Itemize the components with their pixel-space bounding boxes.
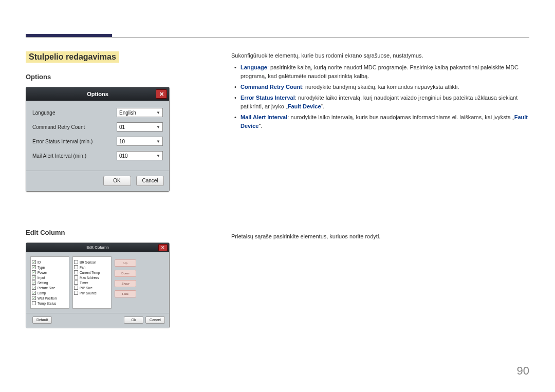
mail-interval-label: Mail Alert Interval (min.)	[32, 153, 117, 159]
list-item-label: ID	[38, 260, 41, 264]
list-item-label: Fan	[80, 266, 85, 269]
checkbox-icon[interactable]	[32, 301, 36, 305]
top-rule	[26, 37, 529, 38]
list-item[interactable]: Picture Size	[32, 286, 68, 290]
checkbox-icon[interactable]	[74, 291, 78, 295]
checkbox-icon[interactable]	[32, 260, 36, 264]
checkbox-icon[interactable]	[74, 265, 78, 269]
bullet-retry: Command Retry Count: nurodykite bandymų …	[240, 83, 529, 91]
options-titlebar: Options ✕	[26, 87, 169, 101]
checkbox-icon[interactable]	[32, 270, 36, 274]
bullet-error-fault: Fault Device	[288, 103, 321, 109]
list-item[interactable]: ID	[32, 260, 68, 264]
bullet-mail-text-b: “.	[258, 123, 262, 129]
close-icon[interactable]: ✕	[158, 244, 168, 251]
options-desc-lead: Sukonfigūruokite elementų, kurie bus rod…	[231, 51, 529, 60]
bullet-mail-label: Mail Alert Interval	[240, 114, 287, 120]
down-button[interactable]: Down	[115, 270, 136, 277]
list-item-label: Picture Size	[38, 286, 55, 290]
bullet-retry-label: Command Retry Count	[240, 84, 302, 90]
up-button[interactable]: Up	[115, 259, 136, 267]
list-item[interactable]: Timer	[74, 281, 110, 285]
bullet-mail-interval: Mail Alert Interval: nurodykite laiko in…	[240, 113, 529, 130]
list-item[interactable]: Type	[32, 265, 68, 269]
retry-select[interactable]: 01 ▼	[117, 122, 163, 132]
list-item-label: Temp Status	[38, 302, 56, 305]
checkbox-icon[interactable]	[32, 275, 36, 279]
checkbox-icon[interactable]	[74, 270, 78, 274]
error-interval-label: Error Status Interval (min.)	[32, 139, 117, 144]
list-item-label: Type	[38, 266, 45, 269]
hide-button[interactable]: Hide	[115, 290, 136, 297]
list-item[interactable]: Current Temp	[74, 270, 110, 274]
list-item[interactable]: PIP Source	[74, 291, 110, 295]
list-item-label: Wall Position	[38, 296, 57, 300]
list-item[interactable]: BR Sensor	[74, 260, 110, 264]
mail-interval-value: 010	[119, 153, 128, 159]
list-item[interactable]: PIP Size	[74, 286, 110, 290]
checkbox-icon[interactable]	[32, 291, 36, 295]
edit-column-list-left: IDTypePowerInputSettingPicture SizeLampW…	[30, 256, 69, 309]
list-item-label: Input	[38, 276, 45, 279]
cancel-button[interactable]: Cancel	[136, 176, 164, 186]
checkbox-icon[interactable]	[32, 296, 36, 300]
language-label: Language	[32, 110, 117, 116]
list-item-label: PIP Source	[80, 291, 97, 295]
list-item-label: Timer	[80, 281, 88, 285]
chevron-down-icon: ▼	[156, 125, 160, 129]
checkbox-icon[interactable]	[32, 286, 36, 290]
chevron-down-icon: ▼	[156, 154, 160, 158]
options-heading: Options	[26, 73, 180, 81]
list-item-label: Setting	[38, 281, 48, 285]
edit-column-desc: Prietaisų sąraše pasirinkite elementus, …	[231, 232, 529, 241]
list-item[interactable]: Setting	[32, 281, 68, 285]
top-accent-bar	[26, 34, 112, 37]
list-item-label: Current Temp	[80, 271, 100, 274]
language-value: English	[119, 110, 136, 116]
bullet-language: Language: pasirinkite kalbą, kurią norit…	[240, 63, 529, 81]
list-item-label: Mac Address	[80, 276, 99, 279]
ok-button[interactable]: OK	[103, 176, 131, 186]
list-item[interactable]: Wall Position	[32, 296, 68, 300]
list-item[interactable]: Temp Status	[32, 301, 68, 305]
list-item-label: Power	[38, 271, 47, 274]
edit-column-dialog: Edit Column ✕ IDTypePowerInputSettingPic…	[26, 242, 170, 328]
bullet-error-text-b: “.	[321, 103, 325, 109]
checkbox-icon[interactable]	[74, 260, 78, 264]
default-button[interactable]: Default	[32, 316, 52, 324]
bullet-language-text: : pasirinkite kalbą, kurią norite naudot…	[240, 64, 519, 79]
checkbox-icon[interactable]	[74, 281, 78, 285]
options-title: Options	[87, 91, 108, 97]
list-item[interactable]: Input	[32, 275, 68, 279]
cancel-button[interactable]: Cancel	[145, 316, 165, 324]
bullet-error-label: Error Status Interval	[240, 95, 295, 101]
close-icon[interactable]: ✕	[156, 89, 167, 99]
error-interval-value: 10	[119, 139, 125, 144]
list-item[interactable]: Lamp	[32, 291, 68, 295]
list-item-label: PIP Size	[80, 286, 92, 290]
checkbox-icon[interactable]	[32, 265, 36, 269]
chevron-down-icon: ▼	[156, 110, 160, 115]
edit-column-title: Edit Column	[86, 245, 109, 250]
bullet-language-label: Language	[240, 64, 267, 70]
language-select[interactable]: English ▼	[117, 108, 163, 117]
list-item-label: BR Sensor	[80, 260, 96, 264]
ok-button[interactable]: Ok	[124, 316, 143, 324]
mail-interval-select[interactable]: 010 ▼	[117, 151, 163, 160]
section-title: Stulpelio redagavimas	[26, 51, 119, 63]
list-item[interactable]: Power	[32, 270, 68, 274]
show-button[interactable]: Show	[115, 280, 136, 287]
checkbox-icon[interactable]	[74, 286, 78, 290]
edit-column-titlebar: Edit Column ✕	[26, 243, 169, 252]
bullet-retry-text: : nurodykite bandymų skaičių, kai komand…	[302, 84, 459, 90]
options-dialog: Options ✕ Language English ▼ Command Ret…	[26, 87, 170, 192]
retry-value: 01	[119, 124, 125, 130]
checkbox-icon[interactable]	[74, 275, 78, 279]
list-item[interactable]: Fan	[74, 265, 110, 269]
checkbox-icon[interactable]	[32, 281, 36, 285]
list-item[interactable]: Mac Address	[74, 275, 110, 279]
list-item-label: Lamp	[38, 291, 46, 295]
bullet-error-interval: Error Status Interval: nurodykite laiko …	[240, 94, 529, 111]
chevron-down-icon: ▼	[156, 139, 160, 144]
error-interval-select[interactable]: 10 ▼	[117, 137, 163, 146]
